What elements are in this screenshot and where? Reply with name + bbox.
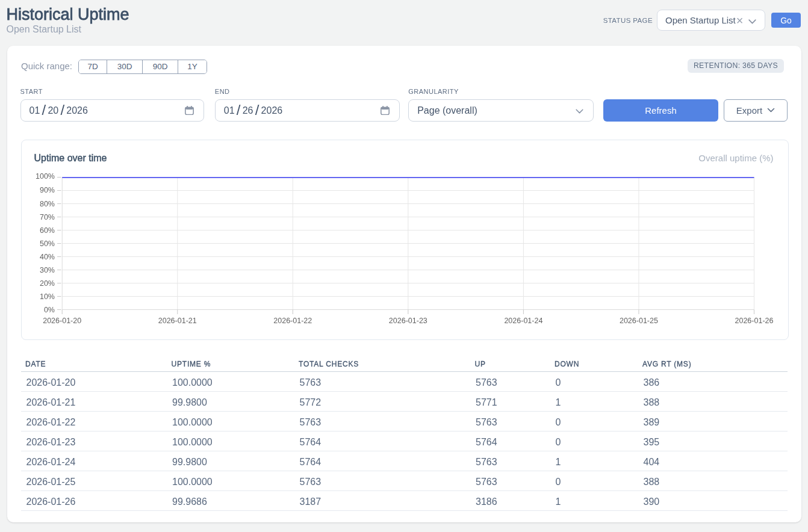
svg-text:50%: 50%: [39, 240, 54, 248]
svg-text:0%: 0%: [43, 306, 54, 314]
svg-text:40%: 40%: [39, 253, 54, 261]
svg-text:20%: 20%: [39, 279, 54, 288]
svg-text:2026-01-26: 2026-01-26: [735, 317, 773, 325]
svg-text:90%: 90%: [39, 186, 54, 194]
svg-text:60%: 60%: [39, 226, 54, 235]
svg-text:2026-01-25: 2026-01-25: [619, 317, 657, 325]
svg-text:10%: 10%: [39, 292, 54, 301]
svg-text:2026-01-21: 2026-01-21: [158, 317, 196, 325]
svg-text:2026-01-20: 2026-01-20: [43, 317, 81, 325]
svg-text:70%: 70%: [39, 213, 54, 221]
svg-text:2026-01-23: 2026-01-23: [388, 317, 427, 325]
svg-text:2026-01-24: 2026-01-24: [504, 317, 542, 325]
svg-text:100%: 100%: [36, 172, 55, 181]
svg-text:2026-01-22: 2026-01-22: [273, 317, 312, 325]
svg-text:30%: 30%: [39, 266, 54, 274]
svg-text:80%: 80%: [39, 200, 54, 208]
